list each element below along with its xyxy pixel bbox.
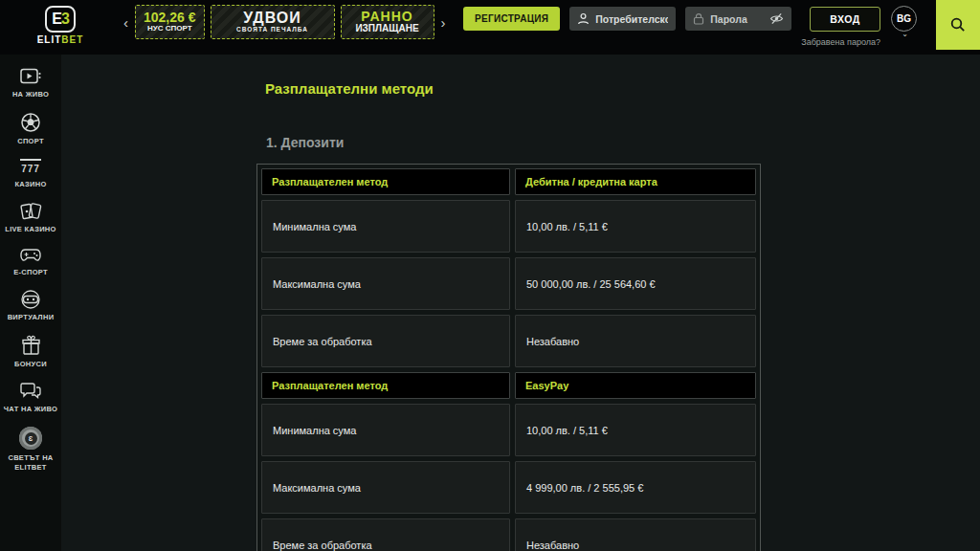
row-value: 50 000,00 лв. / 25 564,60 € [515, 257, 756, 310]
auth-controls: РЕГИСТРАЦИЯ ВХОД Забравена парола? [463, 7, 880, 47]
row-value: 4 999,00 лв. / 2 555,95 € [515, 461, 756, 514]
left-sidebar: НА ЖИВО СПОРТ 777 КАЗИНО LIVE КАЗИНО Е-С… [0, 55, 61, 551]
banner-caption: СВОЯТА ПЕЧАЛБА [236, 27, 308, 33]
elitbet-logo-word: ELITBET [27, 34, 94, 45]
table-row: Максимална сума 50 000,00 лв. / 25 564,6… [261, 257, 756, 310]
header-cell-method: Разплащателен метод [261, 168, 510, 195]
table-row: Минимална сума 10,00 лв. / 5,11 € [261, 200, 756, 253]
eye-slash-icon[interactable] [769, 12, 784, 25]
row-value: Незабавно [515, 315, 756, 367]
chat-bubbles-icon [19, 381, 42, 401]
table-row: Максимална сума 4 999,00 лв. / 2 555,95 … [261, 461, 756, 514]
elitbet-logo[interactable]: E3 ELITBET [27, 6, 94, 45]
page-title: Разплащателни методи [265, 80, 434, 97]
carousel-next-icon[interactable]: › [440, 15, 447, 30]
table-row: Време за обработка Незабавно [261, 315, 756, 367]
promo-banner-early-payout[interactable]: РАННО ИЗПЛАЩАНЕ [341, 5, 434, 39]
row-label: Максимална сума [261, 257, 510, 310]
payment-methods-table: Разплащателен метод Дебитна / кредитна к… [256, 164, 761, 551]
login-group: ВХОД Забравена парола? [801, 7, 880, 47]
sidebar-item-sport[interactable]: СПОРТ [0, 112, 61, 146]
header-cell-method: Разплащателен метод [261, 372, 510, 399]
row-label: Време за обработка [261, 518, 510, 551]
password-input[interactable] [710, 13, 764, 25]
search-button[interactable] [936, 0, 980, 50]
main-content: Разплащателни методи 1. Депозити Разплащ… [61, 55, 980, 551]
promo-carousel: ‹ 102,26 € НУС СПОРТ УДВОИ СВОЯТА ПЕЧАЛБ… [122, 2, 447, 42]
register-button[interactable]: РЕГИСТРАЦИЯ [463, 7, 560, 31]
sidebar-item-live-casino[interactable]: LIVE КАЗИНО [0, 201, 61, 234]
top-header: E3 ELITBET ‹ 102,26 € НУС СПОРТ УДВОИ СВ… [0, 0, 980, 55]
live-tv-icon [19, 67, 42, 86]
elitbet-world-icon: Ɛ [19, 427, 42, 450]
banner-title: УДВОИ [243, 11, 301, 27]
sidebar-item-elitbet-world[interactable]: Ɛ СВЕТЪТ НА ELITBET [0, 427, 61, 473]
elitbet-logo-monogram: E3 [45, 6, 76, 33]
banner-caption: НУС СПОРТ [147, 25, 192, 33]
row-label: Максимална сума [261, 461, 510, 514]
table-row: Минимална сума 10,00 лв. / 5,11 € [261, 404, 756, 456]
gift-icon [20, 335, 42, 356]
soccer-ball-icon [20, 112, 41, 133]
login-button[interactable]: ВХОД [810, 7, 880, 32]
sidebar-item-virtual[interactable]: ВИРТУАЛНИ [0, 290, 61, 322]
promo-banner-double-win[interactable]: УДВОИ СВОЯТА ПЕЧАЛБА [211, 5, 335, 39]
slots-777-icon: 777 [20, 159, 41, 176]
row-label: Минимална сума [261, 200, 510, 253]
header-cell-method-name: EasyPay [515, 372, 756, 399]
logo-letter-b: 3 [61, 11, 69, 28]
language-selector[interactable]: BG [891, 6, 917, 32]
banner-title: РАННО [361, 10, 412, 24]
sidebar-item-casino[interactable]: 777 КАЗИНО [0, 159, 61, 189]
vr-goggles-icon [19, 290, 42, 309]
search-icon [949, 16, 967, 33]
banner-caption: ИЗПЛАЩАНЕ [355, 24, 418, 34]
gamepad-icon [19, 247, 42, 264]
row-value: Незабавно [515, 518, 756, 551]
sidebar-item-esport[interactable]: Е-СПОРТ [0, 247, 61, 277]
table-header-row: Разплащателен метод Дебитна / кредитна к… [261, 168, 756, 195]
chevron-down-icon[interactable]: ⌄ [902, 30, 908, 38]
username-input[interactable] [595, 13, 668, 25]
forgot-password-link[interactable]: Забравена парола? [801, 37, 880, 47]
promo-banner-bonus-sport[interactable]: 102,26 € НУС СПОРТ [135, 5, 205, 39]
logo-letter-e: E [52, 11, 61, 28]
user-icon [577, 12, 590, 25]
row-label: Време за обработка [261, 315, 510, 367]
table-header-row: Разплащателен метод EasyPay [261, 372, 756, 399]
carousel-prev-icon[interactable]: ‹ [122, 15, 129, 30]
table-row: Време за обработка Незабавно [261, 518, 756, 551]
sidebar-item-live[interactable]: НА ЖИВО [0, 67, 61, 99]
lock-icon [693, 12, 704, 25]
username-field[interactable] [569, 7, 676, 31]
sidebar-item-live-chat[interactable]: ЧАТ НА ЖИВО [0, 381, 61, 414]
sidebar-item-bonuses[interactable]: БОНУСИ [0, 335, 61, 369]
row-value: 10,00 лв. / 5,11 € [515, 200, 756, 253]
banner-amount: 102,26 € [144, 11, 196, 25]
row-label: Минимална сума [261, 404, 510, 456]
section-heading-deposits: 1. Депозити [266, 135, 344, 150]
row-value: 10,00 лв. / 5,11 € [515, 404, 756, 456]
header-cell-method-name: Дебитна / кредитна карта [515, 168, 756, 195]
password-field[interactable] [685, 7, 791, 31]
playing-cards-icon [19, 201, 42, 221]
